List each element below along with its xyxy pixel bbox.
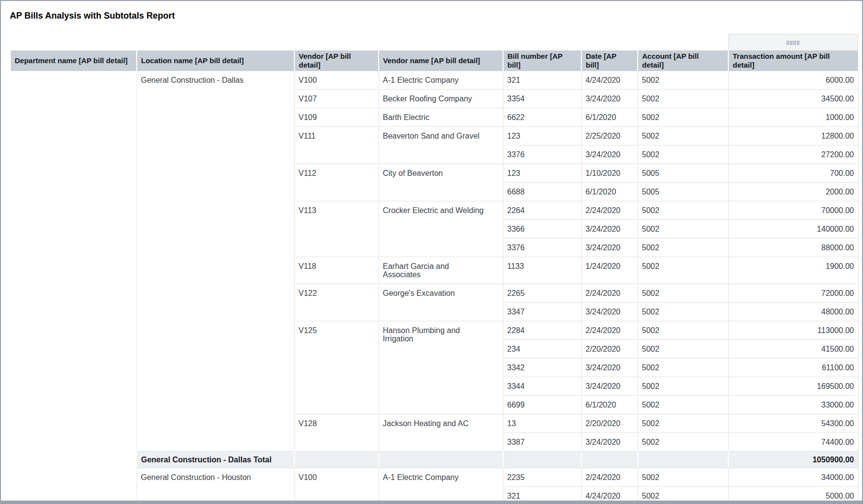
cell-date: 6/1/2020 bbox=[581, 108, 638, 127]
cell-amount: 41500.00 bbox=[728, 340, 858, 359]
cell-bill-number: 123 bbox=[503, 127, 581, 145]
cell-vendor: V128 bbox=[294, 414, 379, 452]
cell-date: 3/24/2020 bbox=[581, 303, 638, 321]
cell-account bbox=[638, 452, 728, 468]
cell-vendor-name: Hanson Plumbing and Irrigation bbox=[379, 321, 503, 414]
cell-bill-number: 234 bbox=[503, 340, 581, 359]
cell-date: 1/24/2020 bbox=[581, 257, 638, 284]
cell-vendor: V100 bbox=[294, 468, 379, 504]
cell-vendor: V113 bbox=[294, 201, 379, 257]
cell-amount: 61100.00 bbox=[728, 359, 858, 377]
cell-date: 1/10/2020 bbox=[581, 164, 638, 183]
cell-amount: 140000.00 bbox=[728, 220, 858, 239]
subtotal-amount: 1050900.00 bbox=[728, 452, 858, 468]
column-header-2: Location name [AP bill detail] bbox=[137, 50, 294, 71]
cell-date: 3/24/2020 bbox=[581, 220, 638, 239]
cell-amount: 2000.00 bbox=[728, 183, 858, 201]
cell-date: 2/24/2020 bbox=[581, 321, 638, 340]
cell-bill-number: 321 bbox=[503, 71, 581, 90]
cell-account: 5002 bbox=[638, 414, 728, 433]
cell-bill-number: 6622 bbox=[503, 108, 581, 127]
cell-vendor: V107 bbox=[294, 90, 379, 108]
page-title: AP Bills Analysis with Subtotals Report bbox=[10, 11, 175, 21]
cell-amount: 70000.00 bbox=[728, 201, 858, 220]
cell-vendor-name: Beaverton Sand and Gravel bbox=[379, 127, 503, 164]
cell-location: General Construction - Houston bbox=[137, 468, 294, 504]
cell-amount: 72000.00 bbox=[728, 284, 858, 303]
cell-amount: 27200.00 bbox=[728, 145, 858, 164]
column-header-4: Vendor name [AP bill detail] bbox=[379, 50, 503, 71]
cell-vendor-name: City of Beaverton bbox=[379, 164, 503, 201]
subtotal-label: General Construction - Dallas Total bbox=[137, 452, 294, 468]
cell-vendor-name: Becker Roofing Company bbox=[379, 90, 503, 108]
cell-date: 2/24/2020 bbox=[581, 201, 638, 220]
cell-bill-number: 2265 bbox=[503, 284, 581, 303]
cell-account: 5002 bbox=[638, 468, 728, 487]
cell-vendor bbox=[294, 452, 379, 468]
report-table: Department name [AP bill detail]Location… bbox=[11, 50, 859, 504]
cell-date: 3/24/2020 bbox=[581, 433, 638, 452]
cell-bill-number: 3376 bbox=[503, 239, 581, 257]
cell-account: 5002 bbox=[638, 127, 728, 145]
cell-bill-number: 2235 bbox=[503, 468, 581, 487]
cell-date: 6/1/2020 bbox=[581, 183, 638, 201]
cell-date: 2/20/2020 bbox=[581, 340, 638, 359]
cell-bill-number bbox=[503, 452, 581, 468]
grip-icon[interactable] bbox=[787, 41, 800, 45]
cell-date: 4/24/2020 bbox=[581, 71, 638, 90]
header-row: Department name [AP bill detail]Location… bbox=[11, 50, 858, 71]
cell-vendor-name: Jackson Heating and AC bbox=[379, 414, 503, 452]
cell-account: 5002 bbox=[638, 201, 728, 220]
cell-department bbox=[11, 468, 137, 504]
cell-account: 5002 bbox=[638, 257, 728, 284]
column-header-8: Transaction amount [AP bill detail] bbox=[728, 50, 858, 71]
cell-bill-number: 3342 bbox=[503, 359, 581, 377]
column-resize-widget[interactable] bbox=[728, 34, 858, 51]
cell-vendor: V109 bbox=[294, 108, 379, 127]
cell-account: 5002 bbox=[638, 359, 728, 377]
cell-vendor: V118 bbox=[294, 257, 379, 284]
cell-amount: 169500.00 bbox=[728, 377, 858, 396]
cell-date: 3/24/2020 bbox=[581, 145, 638, 164]
cell-vendor: V125 bbox=[294, 321, 379, 414]
cell-amount: 6000.00 bbox=[728, 71, 858, 90]
cell-bill-number: 3354 bbox=[503, 90, 581, 108]
cell-account: 5002 bbox=[638, 71, 728, 90]
cell-bill-number: 123 bbox=[503, 164, 581, 183]
cell-bill-number: 3344 bbox=[503, 377, 581, 396]
horizontal-scrollbar-edge bbox=[1, 501, 862, 503]
cell-amount: 74400.00 bbox=[728, 433, 858, 452]
cell-bill-number: 13 bbox=[503, 414, 581, 433]
cell-location: General Construction - Dallas bbox=[137, 71, 294, 452]
cell-amount: 1000.00 bbox=[728, 108, 858, 127]
cell-account: 5002 bbox=[638, 377, 728, 396]
column-header-1: Department name [AP bill detail] bbox=[11, 50, 137, 71]
cell-vendor-name: Crocker Electric and Welding bbox=[379, 201, 503, 257]
report-window: AP Bills Analysis with Subtotals Report … bbox=[0, 0, 863, 504]
cell-amount: 54300.00 bbox=[728, 414, 858, 433]
column-header-3: Vendor [AP bill detail] bbox=[294, 50, 379, 71]
column-header-7: Account [AP bill detail] bbox=[638, 50, 728, 71]
cell-account: 5002 bbox=[638, 220, 728, 239]
cell-bill-number: 2284 bbox=[503, 321, 581, 340]
cell-amount: 88000.00 bbox=[728, 239, 858, 257]
cell-department bbox=[11, 71, 137, 452]
cell-vendor: V122 bbox=[294, 284, 379, 321]
cell-bill-number: 2264 bbox=[503, 201, 581, 220]
cell-account: 5002 bbox=[638, 321, 728, 340]
cell-department bbox=[11, 452, 137, 468]
cell-account: 5002 bbox=[638, 145, 728, 164]
cell-date: 2/25/2020 bbox=[581, 127, 638, 145]
cell-date: 2/24/2020 bbox=[581, 284, 638, 303]
cell-bill-number: 6688 bbox=[503, 183, 581, 201]
cell-amount: 48000.00 bbox=[728, 303, 858, 321]
cell-amount: 700.00 bbox=[728, 164, 858, 183]
subtotal-row: General Construction - Dallas Total10509… bbox=[11, 452, 858, 468]
cell-date: 3/24/2020 bbox=[581, 90, 638, 108]
cell-vendor: V100 bbox=[294, 71, 379, 90]
cell-amount: 34000.00 bbox=[728, 468, 858, 487]
cell-vendor-name: Earhart Garcia and Associates bbox=[379, 257, 503, 284]
cell-amount: 113000.00 bbox=[728, 321, 858, 340]
cell-bill-number: 3387 bbox=[503, 433, 581, 452]
cell-amount: 12800.00 bbox=[728, 127, 858, 145]
